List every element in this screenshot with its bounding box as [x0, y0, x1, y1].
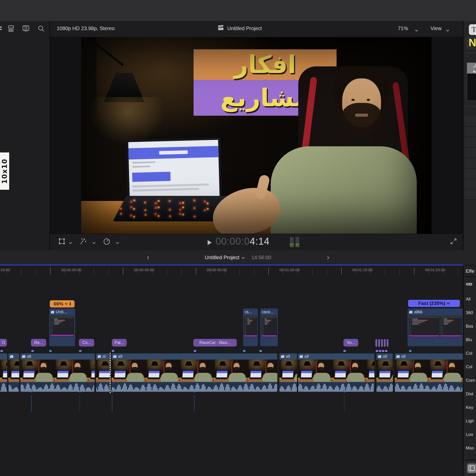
title-bar-clip[interactable] [384, 339, 386, 347]
video-clip[interactable]: all [112, 353, 277, 392]
tc-lap [2, 370, 7, 379]
code-activity-bar [244, 318, 246, 335]
list-view-icon[interactable] [7, 25, 15, 33]
view-menu[interactable]: View [431, 26, 442, 31]
waveform-bar [318, 384, 318, 392]
video-clip[interactable]: al [96, 353, 110, 392]
title-list-row[interactable] [465, 179, 476, 189]
playhead-skimmer[interactable] [110, 353, 111, 393]
retime-handle[interactable] [70, 302, 71, 306]
play-button[interactable] [207, 240, 212, 247]
waveform-bar [75, 384, 76, 392]
effects-category-item[interactable]: Bas [463, 320, 476, 333]
previous-project-arrow[interactable]: ‹ [147, 253, 149, 261]
retime-badge-fast[interactable]: Fast (235%) [408, 300, 460, 307]
effects-category-item[interactable]: Com [463, 374, 476, 387]
ruler-label: 20:00 [1, 268, 10, 272]
view-chevron-icon[interactable] [446, 27, 449, 33]
title-thumbnail-arabic[interactable]: كارريع [467, 63, 476, 101]
crop-tool-icon[interactable] [58, 237, 66, 246]
effects-category-item[interactable]: All [463, 293, 476, 306]
timeline-project-menu[interactable]: Untitled Project [205, 255, 245, 260]
title-list-row[interactable] [465, 169, 476, 179]
waveform-bar [329, 386, 330, 392]
project-chevron-icon[interactable] [241, 255, 245, 260]
effects-category-item[interactable]: Col [463, 347, 476, 360]
effects-category-item[interactable]: Key [463, 401, 476, 414]
tc-face [352, 363, 358, 370]
titles-button[interactable]: T [469, 24, 476, 35]
effects-category-item[interactable]: Dist [463, 387, 476, 401]
title-bar-clip[interactable] [375, 339, 377, 347]
connected-clip-unti[interactable]: Unti... [49, 308, 75, 347]
waveform-bar [81, 385, 82, 392]
tc-man [35, 360, 53, 382]
next-project-arrow[interactable]: › [327, 253, 329, 261]
tc-screen [216, 371, 228, 377]
enhancements-wand-icon[interactable] [78, 237, 87, 247]
title-thumbnail-neon[interactable]: N [466, 36, 476, 50]
browser-toggle-button[interactable] [467, 463, 476, 473]
title-pill-vo[interactable]: Vo... [343, 339, 358, 347]
effects-category-item[interactable]: Col [463, 360, 476, 374]
waveform-bar [53, 386, 54, 392]
title-bar-clip[interactable] [387, 339, 388, 347]
timeline-ruler[interactable]: 20:0000:00:30:0000:00:40:0000:00:50:0000… [0, 266, 463, 276]
crop-chevron-icon[interactable] [69, 241, 72, 245]
viewer-zoom-level[interactable]: 71% [398, 26, 408, 31]
waveform-bar [176, 389, 177, 392]
title-list-row[interactable] [465, 116, 476, 127]
effects-category-item[interactable]: 360 [463, 306, 476, 320]
video-thumbnail-cell [88, 360, 95, 382]
waveform-bar [186, 388, 187, 392]
video-clip[interactable]: all [20, 353, 95, 392]
title-pill-re[interactable]: Re... [31, 339, 46, 347]
title-list-row[interactable] [465, 127, 476, 137]
video-clip[interactable] [8, 353, 19, 392]
effects-category-item[interactable]: Mas [463, 442, 476, 455]
waveform-bar [349, 384, 350, 392]
title-list-row[interactable] [465, 189, 476, 200]
connected-clip-race[interactable]: race... [260, 308, 278, 347]
tc-screen [3, 371, 7, 377]
video-clip[interactable]: all [298, 353, 374, 392]
timeline-header-bar: ‹ Untitled Project 14:56:00 › [0, 250, 476, 265]
connected-clip-ra[interactable]: ra... [243, 308, 258, 347]
waveform-bar [298, 386, 299, 392]
title-list-row[interactable] [465, 148, 476, 158]
retime-chevron-icon[interactable] [116, 241, 119, 245]
search-icon[interactable] [37, 25, 45, 33]
fullscreen-icon[interactable] [450, 237, 457, 246]
waveform-bar [152, 390, 152, 392]
title-pill-o[interactable]: O [0, 339, 7, 347]
retime-badge-66[interactable]: 66% [50, 300, 75, 307]
video-clip[interactable] [0, 353, 7, 392]
connected-clip-allkk[interactable]: allkk [407, 308, 463, 347]
title-pill-racecar[interactable]: RaceCar - Basi... [193, 339, 237, 347]
title-bar-clip[interactable] [381, 339, 383, 347]
enhancements-chevron-icon[interactable] [92, 241, 96, 245]
effects-category-item[interactable]: Ligh [463, 414, 476, 428]
waveform-bar [412, 389, 413, 392]
title-pill-co[interactable]: Co... [79, 339, 94, 347]
waveform-bar [362, 386, 362, 392]
video-clip[interactable]: all [279, 353, 297, 392]
tc-lap [216, 370, 229, 379]
title-pill-pal[interactable]: Pal... [112, 339, 127, 347]
title-bar-clip[interactable] [378, 339, 380, 347]
retime-icon[interactable] [103, 237, 111, 247]
audio-meter[interactable] [290, 237, 294, 247]
tc-face [75, 363, 80, 370]
waveform-bar [18, 389, 19, 392]
waveform-bar [445, 383, 446, 392]
effects-category-item[interactable]: Blu [463, 333, 476, 347]
effects-category-item[interactable]: Loo [463, 428, 476, 442]
zoom-chevron-icon[interactable] [415, 27, 418, 33]
video-clip[interactable]: all [376, 353, 393, 392]
title-list-row[interactable] [465, 158, 476, 169]
audio-meter[interactable] [295, 237, 299, 247]
filmstrip-view-icon[interactable] [22, 25, 30, 33]
video-clip[interactable]: all [395, 353, 463, 392]
title-list-row[interactable] [465, 137, 476, 148]
viewer-transport-bar: 00:00:04:14 [50, 234, 463, 251]
